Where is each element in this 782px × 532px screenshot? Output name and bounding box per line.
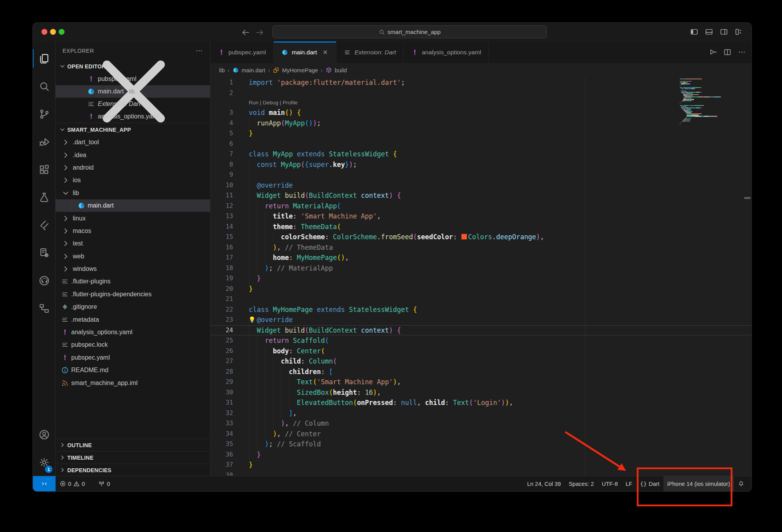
code-line-7[interactable]: 7class MyApp extends StatelessWidget { (210, 149, 751, 159)
code-line-32[interactable]: 32 ], (210, 408, 751, 419)
tree-item-.dart_tool[interactable]: .dart_tool (56, 136, 210, 149)
status-item-dart[interactable]: {}Dart (636, 476, 663, 491)
tree-item-test[interactable]: test (56, 237, 210, 250)
tab-extension-dart[interactable]: Extension: Dart (336, 41, 404, 63)
zoom-window-button[interactable] (59, 29, 65, 35)
code-line-24[interactable]: 24 Widget build(BuildContext context) { (210, 325, 751, 336)
code-line-33[interactable]: 33 ), // Column (210, 418, 751, 429)
run-dropdown-icon[interactable] (709, 48, 717, 56)
code-line-6[interactable]: 6 (210, 139, 751, 149)
code-line-2[interactable]: 2 (210, 88, 751, 99)
code-line-11[interactable]: 11 Widget build(BuildContext context) { (210, 190, 751, 201)
status-item-ln-24-col-39[interactable]: Ln 24, Col 39 (523, 476, 564, 491)
minimap[interactable] (680, 79, 735, 125)
breadcrumb-item[interactable]: build (335, 67, 347, 73)
activity-bar-item-code-runner[interactable] (33, 239, 55, 267)
code-line-27[interactable]: 27 child: Column( (210, 356, 751, 367)
activity-bar-item-flutter[interactable] (33, 211, 55, 239)
breadcrumb[interactable]: lib›main.dart›MyHomePage›build (210, 63, 751, 77)
code-line-35[interactable]: 35 ); // Scaffold (210, 439, 751, 450)
panel-left-icon[interactable] (690, 28, 698, 36)
activity-bar-item-settings-gear[interactable]: 1 (33, 448, 55, 476)
activity-bar-item-testing[interactable] (33, 183, 55, 211)
code-line-28[interactable]: 28 children: [ (210, 367, 751, 377)
split-editor-icon[interactable] (723, 48, 732, 56)
tree-item-lib[interactable]: lib (56, 187, 210, 199)
activity-bar-item-run-debug[interactable] (33, 128, 55, 156)
lightbulb-icon[interactable]: 💡 (248, 315, 256, 324)
open-editor-item[interactable]: Extension: Dart (56, 98, 210, 110)
code-line-5[interactable]: 5} (210, 128, 751, 139)
code-line-14[interactable]: 14 theme: ThemeData( (210, 222, 751, 232)
sidebar-section-timeline[interactable]: TIMELINE (56, 451, 210, 464)
problems-status[interactable]: 00 (56, 476, 89, 491)
forward-arrow-icon[interactable] (255, 28, 264, 37)
tree-item-smart_machine_app.iml[interactable]: smart_machine_app.iml (56, 376, 210, 389)
tree-item-pubspec.yaml[interactable]: !pubspec.yaml (56, 351, 210, 364)
activity-bar-item-account[interactable] (33, 421, 55, 448)
panel-right-icon[interactable] (720, 28, 728, 36)
code-line-26[interactable]: 26 body: Center( (210, 346, 751, 356)
tree-item-linux[interactable]: linux (56, 212, 210, 224)
tree-item-README.md[interactable]: README.md (56, 364, 210, 376)
code-line-16[interactable]: 16 ), // ThemeData (210, 242, 751, 253)
panel-bottom-icon[interactable] (705, 28, 713, 36)
ports-status[interactable]: 0 (94, 476, 114, 491)
activity-bar-item-references[interactable] (33, 294, 55, 322)
activity-bar-item-search[interactable] (33, 72, 55, 100)
breadcrumb-item[interactable]: MyHomePage (282, 67, 318, 73)
activity-bar-item-extensions[interactable] (33, 156, 55, 183)
minimize-window-button[interactable] (50, 29, 56, 35)
code-editor[interactable]: 1import 'package:flutter/material.dart';… (210, 77, 751, 476)
code-line-31[interactable]: 31 ElevatedButton(onPressed: null, child… (210, 398, 751, 408)
activity-bar-item-source-control[interactable] (33, 100, 55, 128)
code-line-19[interactable]: 19 } (210, 273, 751, 284)
codelens-run-debug-profile[interactable]: Run | Debug | Profile (210, 98, 751, 107)
code-line-34[interactable]: 34 ), // Center (210, 429, 751, 439)
code-line-20[interactable]: 20} (210, 284, 751, 294)
code-line-36[interactable]: 36 } (210, 450, 751, 460)
code-line-8[interactable]: 8 const MyApp({super.key}); (210, 159, 751, 170)
code-line-15[interactable]: 15 colorScheme: ColorScheme.fromSeed(see… (210, 232, 751, 242)
code-line-12[interactable]: 12 return MaterialApp( (210, 201, 751, 211)
breadcrumb-item[interactable]: main.dart (242, 67, 265, 73)
code-line-10[interactable]: 10 @override (210, 180, 751, 191)
activity-bar-item-github[interactable] (33, 267, 55, 294)
tree-item-.flutter-plugins-dependencies[interactable]: .flutter-plugins-dependencies (56, 288, 210, 301)
code-line-30[interactable]: 30 SizedBox(height: 16), (210, 387, 751, 398)
status-item-iphone-14-ios-simulator-[interactable]: iPhone 14 (ios simulator) (663, 476, 734, 491)
code-line-18[interactable]: 18 ); // MaterialApp (210, 263, 751, 274)
activity-bar-item-explorer[interactable] (33, 45, 55, 72)
sidebar-section-outline[interactable]: OUTLINE (56, 439, 210, 451)
code-line-38[interactable]: 38 (210, 470, 751, 476)
tree-item-.flutter-plugins[interactable]: .flutter-plugins (56, 275, 210, 288)
breadcrumb-item[interactable]: lib (219, 67, 225, 73)
status-item-spaces-2[interactable]: Spaces: 2 (565, 476, 598, 491)
tree-item-.idea[interactable]: .idea (56, 149, 210, 161)
code-line-21[interactable]: 21 (210, 294, 751, 305)
tree-item-pubspec.lock[interactable]: pubspec.lock (56, 339, 210, 351)
open-editor-item[interactable]: !analysis_options.yaml (56, 110, 210, 123)
tree-item-macos[interactable]: macos (56, 225, 210, 237)
code-line-37[interactable]: 37} (210, 460, 751, 470)
code-line-13[interactable]: 13 title: 'Smart Machine App', (210, 211, 751, 222)
tab-pubspec-yaml[interactable]: !pubspec.yaml (210, 41, 274, 63)
tree-item-ios[interactable]: ios (56, 174, 210, 186)
more-icon[interactable] (195, 47, 203, 55)
code-line-1[interactable]: 1import 'package:flutter/material.dart'; (210, 77, 751, 88)
tree-item-.metadata[interactable]: .metadata (56, 313, 210, 326)
close-window-button[interactable] (41, 29, 47, 35)
tab-main-dart[interactable]: main.dart (274, 41, 337, 63)
remote-indicator[interactable] (33, 476, 56, 491)
tree-item-analysis_options.yaml[interactable]: !analysis_options.yaml (56, 326, 210, 339)
code-line-17[interactable]: 17 home: MyHomePage(), (210, 253, 751, 263)
code-line-25[interactable]: 25 return Scaffold( (210, 335, 751, 346)
code-line-23[interactable]: 23💡 @override (210, 315, 751, 325)
more-icon[interactable] (738, 48, 746, 56)
scrollbar-thumb[interactable] (744, 197, 751, 199)
status-item-utf-8[interactable]: UTF-8 (598, 476, 622, 491)
tree-item-.gitignore[interactable]: .gitignore (56, 301, 210, 313)
close-icon[interactable] (322, 49, 329, 56)
back-arrow-icon[interactable] (241, 28, 250, 37)
command-center-search[interactable]: smart_machine_app (272, 25, 547, 38)
